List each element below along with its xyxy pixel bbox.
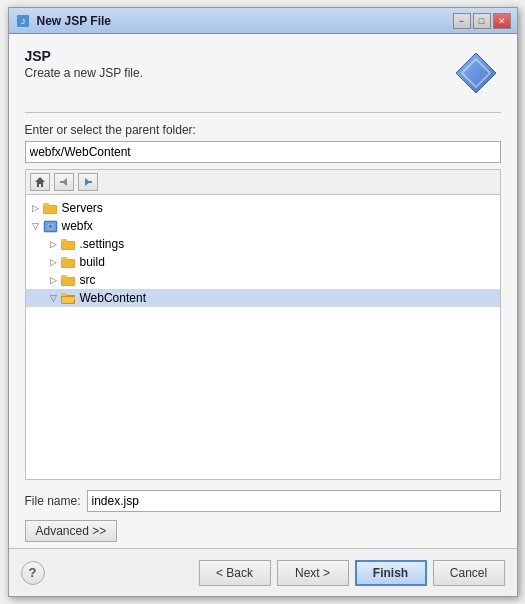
- toggle-arrow: ▷: [48, 256, 60, 268]
- toggle-arrow: ▽: [30, 220, 42, 232]
- toggle-arrow: ▷: [48, 238, 60, 250]
- folder-open-icon: [61, 290, 77, 306]
- svg-text:J: J: [21, 17, 25, 26]
- advanced-button[interactable]: Advanced >>: [25, 520, 118, 542]
- tree-item-src[interactable]: ▷ src: [26, 271, 500, 289]
- tree-item-build[interactable]: ▷ build: [26, 253, 500, 271]
- home-button[interactable]: [30, 173, 50, 191]
- dialog-body: JSP Create a new JSP file. Enter: [9, 34, 517, 548]
- filename-row: File name:: [25, 490, 501, 512]
- dialog-footer: ? < Back Next > Finish Cancel: [9, 548, 517, 596]
- tree-label-build: build: [80, 255, 105, 269]
- title-controls: − □ ✕: [453, 13, 511, 29]
- svg-rect-10: [43, 203, 49, 206]
- header-icon: [451, 48, 501, 98]
- svg-rect-20: [62, 260, 74, 267]
- tree-label-webfx: webfx: [62, 219, 93, 233]
- dialog-subtitle: Create a new JSP file.: [25, 66, 451, 80]
- tree-label-webcontent: WebContent: [80, 291, 147, 305]
- help-button[interactable]: ?: [21, 561, 45, 585]
- minimize-button[interactable]: −: [453, 13, 471, 29]
- svg-rect-11: [44, 206, 56, 213]
- svg-point-14: [48, 224, 53, 229]
- dialog-title: JSP: [25, 48, 451, 64]
- svg-marker-27: [62, 297, 75, 303]
- header-section: JSP Create a new JSP file.: [25, 48, 501, 98]
- tree-item-settings[interactable]: ▷ .settings: [26, 235, 500, 253]
- back-button[interactable]: < Back: [199, 560, 271, 586]
- tree-label-src: src: [80, 273, 96, 287]
- header-separator: [25, 112, 501, 113]
- tree-item-servers[interactable]: ▷ Servers: [26, 199, 500, 217]
- filename-input[interactable]: [87, 490, 501, 512]
- title-text: New JSP File: [37, 14, 453, 28]
- dialog-window: J New JSP File − □ ✕ JSP Create a new JS…: [8, 7, 518, 597]
- svg-rect-6: [60, 181, 64, 183]
- filename-label: File name:: [25, 494, 81, 508]
- folder-icon: [43, 200, 59, 216]
- tree-toolbar: [25, 169, 501, 194]
- folder-icon: [61, 254, 77, 270]
- project-icon: [43, 218, 59, 234]
- folder-icon: [61, 236, 77, 252]
- next-button[interactable]: Next >: [277, 560, 349, 586]
- maximize-button[interactable]: □: [473, 13, 491, 29]
- tree-label-servers: Servers: [62, 201, 103, 215]
- title-bar: J New JSP File − □ ✕: [9, 8, 517, 34]
- svg-rect-23: [62, 278, 74, 285]
- tree-item-webcontent[interactable]: ▽ WebContent: [26, 289, 500, 307]
- toggle-arrow: ▽: [48, 292, 60, 304]
- back-button[interactable]: [54, 173, 74, 191]
- footer-buttons: < Back Next > Finish Cancel: [199, 560, 505, 586]
- bottom-section: File name: Advanced >>: [25, 480, 501, 548]
- svg-rect-22: [61, 275, 67, 278]
- toggle-arrow: ▷: [30, 202, 42, 214]
- folder-path-input[interactable]: [25, 141, 501, 163]
- svg-rect-8: [88, 181, 92, 183]
- toggle-arrow: ▷: [48, 274, 60, 286]
- forward-button[interactable]: [78, 173, 98, 191]
- close-button[interactable]: ✕: [493, 13, 511, 29]
- finish-button[interactable]: Finish: [355, 560, 427, 586]
- svg-rect-25: [61, 293, 67, 296]
- svg-marker-4: [35, 177, 45, 187]
- dialog-icon: J: [15, 13, 31, 29]
- svg-rect-16: [61, 239, 67, 242]
- header-text: JSP Create a new JSP file.: [25, 48, 451, 80]
- tree-item-webfx[interactable]: ▽ webfx: [26, 217, 500, 235]
- tree-label-settings: .settings: [80, 237, 125, 251]
- cancel-button[interactable]: Cancel: [433, 560, 505, 586]
- svg-rect-17: [62, 242, 74, 249]
- folder-tree[interactable]: ▷ Servers ▽: [25, 194, 501, 480]
- folder-icon: [61, 272, 77, 288]
- folder-label: Enter or select the parent folder:: [25, 123, 501, 137]
- svg-rect-19: [61, 257, 67, 260]
